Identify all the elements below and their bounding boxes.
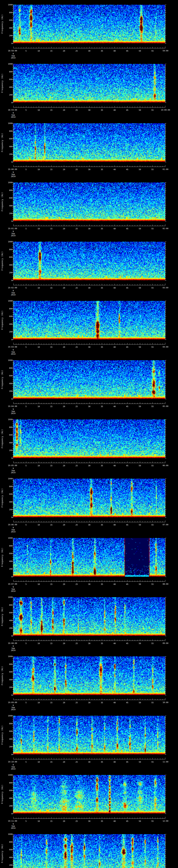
y-tick-label: 800	[3, 485, 12, 488]
x-tick-label: 20	[61, 820, 67, 823]
x-axis-start-time-label: 19:08:00	[4, 642, 21, 644]
x-axis-start-time-label: 19:02:00	[4, 287, 21, 289]
y-tick-label: 600	[3, 612, 12, 614]
spectrogram-panel-18:58:00: Frequency (Hz) 10008006004002000 5101520…	[0, 0, 178, 59]
x-tick-label: 55	[149, 642, 155, 645]
y-tick-label: 200	[3, 94, 12, 96]
date-year-label: 2014	[7, 590, 20, 592]
x-tick-label: 30	[86, 820, 92, 823]
y-tick-label: 800	[3, 367, 12, 369]
y-tick-label: 1000	[3, 300, 12, 302]
x-tick-label: 15	[48, 109, 54, 111]
y-tick-label: 800	[3, 11, 12, 14]
x-tick-label: 30	[86, 642, 92, 645]
y-tick-label: 1000	[3, 477, 12, 480]
y-tick-label: 400	[3, 27, 12, 29]
x-tick-label: 45	[124, 405, 130, 408]
x-tick-label: 45	[124, 642, 130, 645]
spectrogram-panel-18:59:00: Frequency (Hz) 10008006004002000 5101520…	[0, 59, 178, 118]
x-axis-end-time-label: 02:00	[157, 227, 174, 230]
x-tick-label: 30	[86, 702, 92, 704]
spectrogram-plot	[0, 59, 178, 111]
spectrogram-panel-19:08:00: Frequency (Hz) 10008006004002000 5101520…	[0, 592, 178, 652]
spectrogram-panel-19:07:00: Frequency (Hz) 10008006004002000 5101520…	[0, 533, 178, 592]
y-tick-label: 400	[3, 856, 12, 859]
x-axis-end-time-label: 01:00	[157, 168, 174, 170]
x-tick-label: 10	[36, 227, 42, 230]
y-tick-label: 400	[3, 738, 12, 740]
x-tick-label: 40	[112, 346, 118, 348]
y-tick-label: 400	[3, 797, 12, 799]
y-tick-label: 200	[3, 746, 12, 748]
x-tick-label: 35	[99, 346, 105, 348]
x-tick-label: 35	[99, 702, 105, 704]
y-tick-label: 1000	[3, 774, 12, 776]
x-axis-start-time-label: 19:01:00	[4, 227, 21, 230]
y-tick-label: 400	[3, 560, 12, 562]
spectrogram-panel-19:05:00: Frequency (Hz) 10008006004002000 5101520…	[0, 415, 178, 474]
spectrogram-panel-19:12:00: Frequency (Hz) 10008006004002000 5101520…	[0, 830, 178, 868]
y-tick-label: 0	[3, 339, 12, 341]
x-tick-label: 55	[149, 820, 155, 823]
y-tick-label: 400	[3, 619, 12, 622]
spectrogram-panel-19:11:00: Frequency (Hz) 10008006004002000 5101520…	[0, 770, 178, 830]
x-axis-start-time-label: 18:58:00	[4, 50, 21, 52]
x-axis-start-time-label: 19:03:00	[4, 346, 21, 348]
x-tick-label: 5	[23, 405, 29, 408]
x-tick-label: 25	[74, 524, 80, 526]
x-axis-end-time-label: 09:00	[157, 642, 174, 644]
x-axis-start-time-label: 19:04:00	[4, 405, 21, 407]
spectrogram-panel-19:02:00: Frequency (Hz) 10008006004002000 5101520…	[0, 237, 178, 296]
spectrogram-panel-19:00:00: Frequency (Hz) 10008006004002000 5101520…	[0, 119, 178, 178]
y-tick-label: 800	[3, 130, 12, 132]
x-tick-label: 10	[36, 642, 42, 645]
x-axis-start-time-label: 19:07:00	[4, 583, 21, 585]
x-tick-label: 25	[74, 227, 80, 230]
x-tick-label: 15	[48, 287, 54, 289]
x-tick-label: 10	[36, 702, 42, 704]
x-tick-label: 45	[124, 702, 130, 704]
y-tick-label: 0	[3, 161, 12, 163]
spectrogram-plot	[0, 533, 178, 585]
x-tick-label: 5	[23, 50, 29, 52]
y-tick-label: 800	[3, 722, 12, 725]
date-year-label: 2014	[7, 176, 20, 178]
x-tick-label: 5	[23, 168, 29, 170]
x-tick-label: 25	[74, 642, 80, 645]
y-tick-label: 200	[3, 568, 12, 570]
x-tick-label: 30	[86, 50, 92, 52]
x-tick-label: 40	[112, 761, 118, 763]
x-axis-end-time-label: 12:00	[157, 820, 174, 822]
x-tick-label: 10	[36, 465, 42, 467]
y-tick-label: 800	[3, 426, 12, 429]
x-tick-label: 20	[61, 346, 67, 348]
x-tick-label: 40	[112, 227, 118, 230]
x-tick-label: 55	[149, 761, 155, 763]
x-tick-label: 40	[112, 50, 118, 52]
x-tick-label: 35	[99, 642, 105, 645]
x-tick-label: 20	[61, 287, 67, 289]
x-tick-label: 30	[86, 346, 92, 348]
x-tick-label: 50	[137, 287, 143, 289]
spectrogram-plot	[0, 830, 178, 868]
y-tick-label: 800	[3, 782, 12, 784]
x-tick-label: 15	[48, 820, 54, 823]
x-tick-label: 15	[48, 524, 54, 526]
spectrogram-plot	[0, 652, 178, 704]
x-axis-start-time-label: 19:10:00	[4, 761, 21, 763]
x-tick-label: 20	[61, 583, 67, 585]
x-tick-label: 25	[74, 287, 80, 289]
x-tick-label: 55	[149, 109, 155, 111]
y-tick-label: 200	[3, 864, 12, 866]
x-tick-label: 10	[36, 820, 42, 823]
x-axis-end-time-label: 08:00	[157, 583, 174, 585]
y-tick-label: 800	[3, 71, 12, 73]
y-tick-label: 200	[3, 272, 12, 274]
x-tick-label: 50	[137, 583, 143, 585]
y-tick-label: 1000	[3, 833, 12, 835]
y-tick-label: 400	[3, 86, 12, 88]
y-tick-label: 600	[3, 138, 12, 140]
y-tick-label: 1000	[3, 418, 12, 421]
x-tick-label: 10	[36, 524, 42, 526]
x-axis-start-time-label: 19:11:00	[4, 820, 21, 822]
